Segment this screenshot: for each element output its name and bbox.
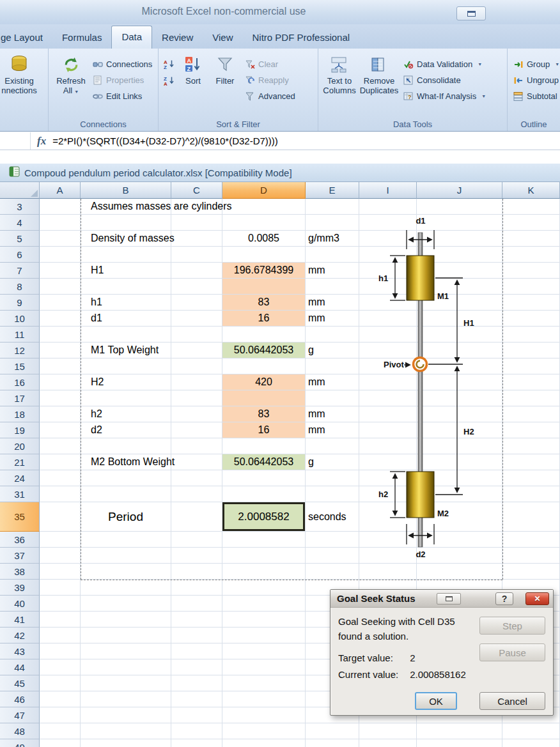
row-header-4[interactable]: 4 (0, 215, 40, 231)
data-validation-button[interactable]: Data Validation ▼ (400, 56, 488, 72)
cell-B7[interactable]: H1 (81, 263, 171, 279)
cell-C31[interactable] (171, 486, 222, 502)
cell-A3[interactable] (40, 199, 81, 215)
cell-A11[interactable] (40, 327, 81, 343)
cell-K8[interactable] (502, 279, 560, 295)
cell-B8[interactable] (81, 279, 171, 295)
cell-D19[interactable]: 16 (222, 422, 306, 438)
row-header-24[interactable]: 24 (0, 470, 40, 486)
row-header-48[interactable]: 48 (0, 723, 40, 739)
cell-D20[interactable] (222, 438, 306, 454)
cell-C8[interactable] (171, 279, 222, 295)
cell-E17[interactable] (306, 390, 359, 406)
column-header-C[interactable]: C (171, 182, 222, 199)
cell-K18[interactable] (502, 406, 560, 422)
cell-I48[interactable] (359, 723, 417, 739)
cell-D36[interactable] (222, 532, 306, 548)
cell-C36[interactable] (171, 532, 222, 548)
cell-D24[interactable] (222, 470, 306, 486)
connections-button[interactable]: Connections (89, 56, 155, 72)
cell-K49[interactable] (502, 739, 560, 747)
cell-I49[interactable] (359, 739, 417, 747)
cell-C40[interactable] (171, 596, 222, 612)
cell-B46[interactable] (81, 691, 171, 707)
cell-A49[interactable] (40, 739, 81, 747)
cell-E31[interactable] (306, 486, 359, 502)
column-header-I[interactable]: I (359, 182, 417, 199)
cell-C5[interactable] (171, 231, 222, 247)
cell-K6[interactable] (502, 247, 560, 263)
cell-D31[interactable] (222, 486, 306, 502)
cell-K7[interactable] (502, 263, 560, 279)
cell-D39[interactable] (222, 580, 306, 596)
cell-B49[interactable] (81, 739, 171, 747)
cell-A39[interactable] (40, 580, 81, 596)
cell-A9[interactable] (40, 295, 81, 311)
cell-D43[interactable] (222, 643, 306, 659)
cell-K21[interactable] (502, 454, 560, 470)
insert-function-icon[interactable]: fx (31, 135, 52, 148)
select-all-corner[interactable] (0, 182, 40, 199)
cell-E9[interactable]: mm (306, 295, 359, 311)
cell-D21[interactable]: 50.06442053 (222, 454, 306, 470)
cell-K5[interactable] (502, 231, 560, 247)
cell-K20[interactable] (502, 438, 560, 454)
cell-K35[interactable] (502, 502, 560, 532)
cell-A37[interactable] (40, 548, 81, 564)
cell-A6[interactable] (40, 247, 81, 263)
row-header-37[interactable]: 37 (0, 548, 40, 564)
cell-C46[interactable] (171, 691, 222, 707)
group-button[interactable]: Group ▼ (510, 56, 560, 72)
row-header-40[interactable]: 40 (0, 596, 40, 612)
cell-E11[interactable] (306, 327, 359, 343)
cell-B48[interactable] (81, 723, 171, 739)
cell-E8[interactable] (306, 279, 359, 295)
cell-D49[interactable] (222, 739, 306, 747)
cell-A41[interactable] (40, 612, 81, 628)
cell-K37[interactable] (502, 548, 560, 564)
cell-E48[interactable] (306, 723, 359, 739)
cell-C9[interactable] (171, 295, 222, 311)
cell-D45[interactable] (222, 675, 306, 691)
cell-E24[interactable] (306, 470, 359, 486)
cell-J49[interactable] (417, 739, 502, 747)
row-header-6[interactable]: 6 (0, 247, 40, 263)
row-header-44[interactable]: 44 (0, 659, 40, 675)
cell-A7[interactable] (40, 263, 81, 279)
row-header-38[interactable]: 38 (0, 564, 40, 580)
cell-K17[interactable] (502, 390, 560, 406)
cell-E12[interactable]: g (306, 343, 359, 358)
cell-A40[interactable] (40, 596, 81, 612)
cell-A42[interactable] (40, 628, 81, 643)
cell-D16[interactable]: 420 (222, 374, 306, 390)
dialog-title-bar[interactable]: Goal Seek Status ? ✕ (331, 590, 553, 608)
cell-C48[interactable] (171, 723, 222, 739)
cell-A43[interactable] (40, 643, 81, 659)
window-controls-button[interactable] (456, 6, 486, 20)
cell-A8[interactable] (40, 279, 81, 295)
tab-nitro-pdf[interactable]: Nitro PDF Professional (243, 27, 360, 49)
cell-K10[interactable] (502, 311, 560, 327)
cell-A36[interactable] (40, 532, 81, 548)
cell-K19[interactable] (502, 422, 560, 438)
subtotal-button[interactable]: Subtotal (510, 88, 560, 104)
cell-D37[interactable] (222, 548, 306, 564)
cell-D18[interactable]: 83 (222, 406, 306, 422)
cell-K48[interactable] (502, 723, 560, 739)
cell-K4[interactable] (502, 215, 560, 231)
row-header-46[interactable]: 46 (0, 691, 40, 707)
row-header-5[interactable]: 5 (0, 231, 40, 247)
tab-page-layout[interactable]: ge Layout (0, 27, 52, 49)
cell-C17[interactable] (171, 390, 222, 406)
what-if-analysis-button[interactable]: ? What-If Analysis ▼ (400, 88, 488, 104)
cell-A24[interactable] (40, 470, 81, 486)
cell-B47[interactable] (81, 707, 171, 723)
cell-E6[interactable] (306, 247, 359, 263)
cell-C24[interactable] (171, 470, 222, 486)
cell-B35[interactable]: Period (81, 502, 171, 532)
row-header-7[interactable]: 7 (0, 263, 40, 279)
cell-K9[interactable] (502, 295, 560, 311)
pause-button[interactable]: Pause (479, 643, 545, 661)
reapply-filter-button[interactable]: Reapply (242, 72, 298, 88)
row-header-19[interactable]: 19 (0, 422, 40, 438)
